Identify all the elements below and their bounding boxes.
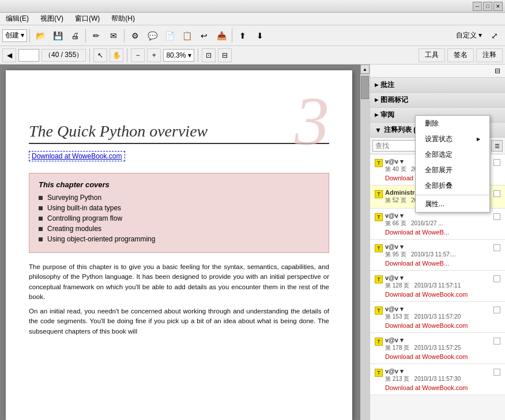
bullet-2 [39, 217, 43, 221]
annot-checkbox-2[interactable] [493, 213, 500, 220]
annot-checkbox-0[interactable] [493, 159, 500, 166]
title-bar-buttons[interactable]: ─ □ ✕ [473, 2, 503, 11]
annotation-item-4[interactable]: T v@v ▾ 第 128 页 2010/1/3 11:57:11 Downlo… [370, 271, 505, 302]
edit-icon: ✏ [93, 31, 100, 40]
context-menu-delete[interactable]: 删除 [416, 116, 489, 131]
cursor-tool-button[interactable]: ↖ [93, 48, 107, 62]
annot-content-5: v@v ▾ 第 153 页 2010/1/3 11:57:20 Download… [385, 305, 491, 329]
chapter-title: The Quick Python overview [29, 122, 329, 144]
close-button[interactable]: ✕ [493, 2, 503, 11]
section-drawing-triangle: ▶ [375, 97, 378, 103]
extra-btn-2[interactable]: ⬇ [252, 28, 268, 44]
submenu-arrow-icon: ▶ [477, 137, 480, 142]
menu-edit[interactable]: 编辑(E) [2, 13, 32, 25]
menu-help[interactable]: 帮助(H) [108, 13, 138, 25]
bullet-1 [39, 206, 43, 210]
edit-button[interactable]: ✏ [88, 28, 104, 44]
customize-button[interactable]: 自定义 ▾ [453, 29, 485, 41]
chapter-box-title: This chapter covers [39, 180, 319, 189]
context-menu-properties[interactable]: 属性... [416, 196, 489, 212]
doc-button[interactable]: 📄 [161, 28, 178, 44]
context-menu-set-status[interactable]: 设置状态 ▶ [416, 131, 489, 147]
context-menu-expand-all[interactable]: 全部展开 [416, 162, 489, 178]
context-menu: 删除 设置状态 ▶ 全部选定 全部展开 全部折叠 属性... [415, 115, 490, 213]
nav-separator-1 [89, 48, 90, 62]
save-button[interactable]: 💾 [50, 28, 66, 44]
print-icon: 🖨 [71, 31, 79, 40]
annotation-button[interactable]: 注释 [476, 48, 503, 62]
extra-btn-1[interactable]: ⬆ [235, 28, 251, 44]
pdf-viewer[interactable]: 3 The Quick Python overview Download at … [0, 65, 370, 420]
context-menu-collapse-all[interactable]: 全部折叠 [416, 178, 489, 194]
section-batch-notes-header[interactable]: ▶ 批注 [370, 78, 505, 92]
list-options-button[interactable]: ☰ [491, 140, 503, 152]
clipboard-button[interactable]: 📋 [179, 28, 195, 44]
annot-user-3: v@v ▾ [385, 243, 491, 251]
section-batch-notes: ▶ 批注 [370, 78, 505, 93]
tools-button[interactable]: 工具 [419, 48, 445, 62]
document-icon: 📄 [165, 31, 175, 40]
annot-user-5: v@v ▾ [385, 305, 491, 313]
maximize-button[interactable]: □ [483, 2, 492, 11]
menu-view[interactable]: 视图(V) [37, 13, 67, 25]
annot-icon-5: T [375, 307, 383, 315]
annot-checkbox-3[interactable] [493, 244, 500, 251]
annot-checkbox-7[interactable] [493, 369, 500, 376]
undo-button[interactable]: ↩ [196, 28, 212, 44]
fit-page-button[interactable]: ⊡ [202, 48, 216, 62]
chapter-box-list: Surveying Python Using built-in data typ… [39, 194, 319, 243]
email-button[interactable]: ✉ [105, 28, 122, 44]
expand-button[interactable]: ⤢ [487, 28, 503, 44]
annot-icon-4: T [375, 275, 383, 283]
scroll-thumb[interactable] [361, 76, 369, 99]
expand-icon: ⤢ [491, 31, 498, 40]
annot-text-7: Download at WoweBook.com [385, 384, 491, 391]
annot-checkbox-6[interactable] [493, 338, 500, 345]
pdf-scrollbar[interactable]: ▲ [360, 65, 370, 420]
annot-content-3: v@v ▾ 第 95 页 2010/1/3 11:57:... Download… [385, 243, 491, 267]
minimize-button[interactable]: ─ [473, 2, 482, 11]
annot-text-3: Download at WoweB... [385, 260, 491, 267]
open-button[interactable]: 📂 [32, 28, 48, 44]
create-dropdown[interactable]: 创建 ▾ [2, 29, 27, 42]
toolbar: 创建 ▾ 📂 💾 🖨 ✏ ✉ ⚙ 💬 📄 📋 ↩ 📥 ⬆ ⬇ 自定义 ▾ ⤢ [0, 25, 505, 46]
page-number-input[interactable]: 17 [18, 49, 39, 62]
annot-page-6: 第 178 页 2010/1/3 11:57:25 [385, 344, 491, 352]
list-item-3: Creating modules [39, 225, 319, 233]
title-bar: ─ □ ✕ [0, 0, 505, 13]
zoom-dropdown[interactable]: 80.3% ▾ [163, 49, 194, 62]
section-drawing-header[interactable]: ▶ 图画标记 [370, 93, 505, 107]
sidebar-options-icon[interactable]: ⊟ [492, 66, 503, 76]
zoom-out-button[interactable]: − [131, 48, 145, 62]
annot-page-4: 第 128 页 2010/1/3 11:57:11 [385, 282, 491, 290]
annot-checkbox-4[interactable] [493, 275, 500, 282]
download-link[interactable]: Download at WoweBook.com [29, 151, 125, 161]
context-menu-separator [416, 195, 489, 195]
customize-label: 自定义 ▾ [456, 31, 482, 40]
menu-window[interactable]: 窗口(W) [71, 13, 103, 25]
chapter-number: 3 [295, 82, 329, 161]
annot-checkbox-5[interactable] [493, 307, 500, 313]
annotation-item-2[interactable]: T v@v ▾ 第 66 页 2016/1/27 ... Download at… [370, 209, 505, 240]
annotation-item-7[interactable]: T v@v ▾ 第 213 页 2010/1/3 11:57:30 Downlo… [370, 364, 505, 395]
context-menu-select-all[interactable]: 全部选定 [416, 147, 489, 162]
section-batch-notes-label: 批注 [380, 80, 394, 90]
scroll-up-button[interactable]: ▲ [360, 65, 370, 74]
download-button[interactable]: 📥 [213, 28, 229, 44]
annot-checkbox-1[interactable] [493, 190, 500, 197]
list-item-2: Controlling program flow [39, 214, 319, 222]
prev-page-button[interactable]: ◀ [2, 48, 16, 62]
sidebar-top-options: ⊟ [370, 65, 505, 78]
print-button[interactable]: 🖨 [67, 28, 83, 44]
fit-width-button[interactable]: ⊟ [218, 48, 232, 62]
annotation-item-6[interactable]: T v@v ▾ 第 178 页 2010/1/3 11:57:25 Downlo… [370, 333, 505, 364]
sign-button[interactable]: 签名 [447, 48, 474, 62]
annotation-item-5[interactable]: T v@v ▾ 第 153 页 2010/1/3 11:57:20 Downlo… [370, 302, 505, 333]
comment-icon: 💬 [148, 31, 157, 40]
hand-tool-button[interactable]: ✋ [110, 48, 123, 62]
annotation-item-3[interactable]: T v@v ▾ 第 95 页 2010/1/3 11:57:... Downlo… [370, 240, 505, 271]
zoom-in-button[interactable]: + [147, 48, 161, 62]
settings-button[interactable]: ⚙ [127, 28, 143, 44]
toolbar-separator-3 [124, 29, 125, 43]
comment-button[interactable]: 💬 [144, 28, 160, 44]
